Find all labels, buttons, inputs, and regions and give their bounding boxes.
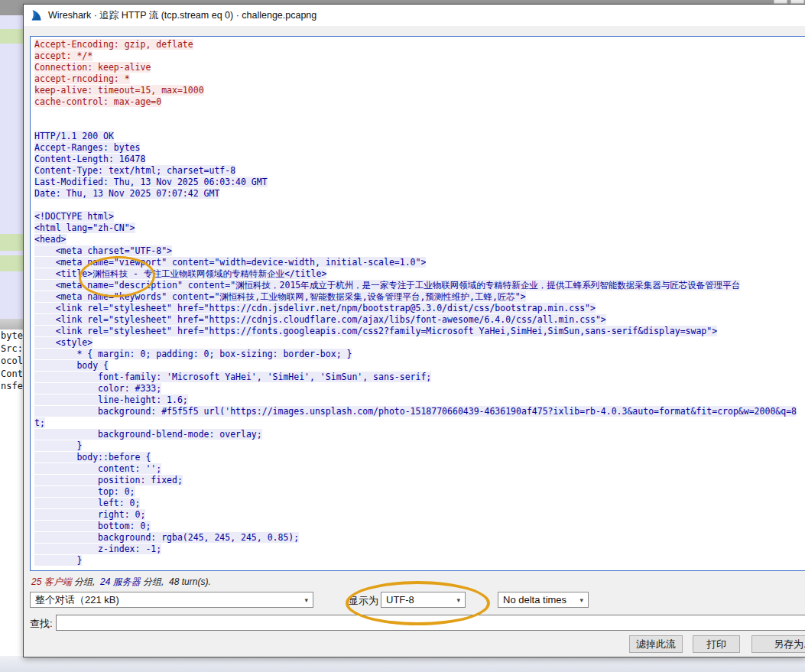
stream-line: t; bbox=[34, 417, 805, 429]
packet-list-row bbox=[0, 271, 23, 319]
stream-line: <style> bbox=[34, 337, 805, 349]
stream-line: <title>渊恒科技 - 专注工业物联网领域的专精特新企业</title> bbox=[34, 268, 805, 280]
packet-list-row bbox=[0, 0, 23, 15]
stream-line: background: rgba(245, 245, 245, 0.85); bbox=[34, 532, 805, 544]
packet-detail-fragment: Cont bbox=[1, 368, 23, 381]
chevron-down-icon: ▾ bbox=[579, 596, 583, 604]
save-as-button[interactable]: 另存为... bbox=[751, 635, 805, 653]
stream-line: background: #f5f5f5 url('https://images.… bbox=[34, 406, 805, 417]
packet-detail-fragment: nsfe bbox=[1, 380, 23, 393]
packet-list-row bbox=[0, 15, 23, 29]
chevron-down-icon: ▾ bbox=[304, 596, 308, 604]
packet-list-row bbox=[0, 44, 23, 234]
delta-times-select[interactable]: No delta times ▾ bbox=[498, 592, 589, 608]
stream-line: } bbox=[34, 555, 805, 566]
parent-window-bottom-strip: ➤ bbox=[0, 656, 805, 672]
conversation-select[interactable]: 整个对话（221 kB) ▾ bbox=[30, 592, 313, 608]
show-as-select[interactable]: UTF-8 ▾ bbox=[381, 592, 466, 608]
stream-line: background-blend-mode: overlay; bbox=[34, 429, 805, 440]
stream-line: accept: */* bbox=[34, 50, 805, 62]
stream-line: body::before { bbox=[34, 452, 805, 463]
stream-line: <meta name="viewport" content="width=dev… bbox=[34, 257, 805, 268]
packet-list-edge: byteSrc:ocolContnsfe bbox=[0, 0, 23, 672]
follow-stream-dialog: Wireshark · 追踪 HTTP 流 (tcp.stream eq 0) … bbox=[23, 4, 805, 657]
stream-line: Content-Type: text/html; charset=utf-8 bbox=[34, 165, 805, 177]
packet-detail-fragment: Src: bbox=[1, 342, 23, 355]
dialog-titlebar[interactable]: Wireshark · 追踪 HTTP 流 (tcp.stream eq 0) … bbox=[24, 5, 805, 26]
dialog-title: Wireshark · 追踪 HTTP 流 (tcp.stream eq 0) … bbox=[48, 9, 316, 22]
stream-line: <head> bbox=[34, 234, 805, 245]
stream-line: cache-control: max-age=0 bbox=[34, 96, 805, 108]
stream-line bbox=[34, 108, 805, 119]
chevron-down-icon: ▾ bbox=[456, 596, 460, 604]
stream-line: <meta charset="UTF-8"> bbox=[34, 245, 805, 257]
stream-line: Date: Thu, 13 Nov 2025 07:07:42 GMT bbox=[34, 188, 805, 200]
stream-line: Connection: keep-alive bbox=[34, 62, 805, 73]
stream-line: Last-Modified: Thu, 13 Nov 2025 06:03:40… bbox=[34, 177, 805, 188]
pane-divider bbox=[0, 319, 23, 330]
stream-line: content: ''; bbox=[34, 463, 805, 475]
stream-line: <link rel="stylesheet" href="https://fon… bbox=[34, 326, 805, 337]
stream-line: <html lang="zh-CN"> bbox=[34, 222, 805, 234]
client-pkt-count: 25 客户端 bbox=[31, 576, 72, 587]
stream-line bbox=[34, 119, 805, 131]
find-input[interactable] bbox=[56, 615, 805, 631]
stream-line: * { margin: 0; padding: 0; box-sizing: b… bbox=[34, 349, 805, 360]
stream-line: position: fixed; bbox=[34, 475, 805, 486]
packet-list-row bbox=[0, 234, 23, 251]
stream-stats: 25 客户端 分组, 24 服务器 分组, 48 turn(s). bbox=[31, 576, 211, 589]
wireshark-icon bbox=[31, 9, 43, 21]
stream-line: Accept-Ranges: bytes bbox=[34, 142, 805, 154]
stream-line: } bbox=[34, 440, 805, 452]
stream-line: line-height: 1.6; bbox=[34, 394, 805, 406]
stream-line: <link rel="stylesheet" href="https://cdn… bbox=[34, 314, 805, 326]
stream-line: left: 0; bbox=[34, 498, 805, 509]
packet-detail-fragment: byte bbox=[1, 330, 23, 342]
stream-line: <link rel="stylesheet" href="https://cdn… bbox=[34, 303, 805, 314]
stream-line: <meta name="description" content="渊恒科技，2… bbox=[34, 280, 805, 291]
stream-line: color: #333; bbox=[34, 383, 805, 394]
show-as-label: 显示为 bbox=[349, 594, 378, 608]
stream-line: HTTP/1.1 200 OK bbox=[34, 131, 805, 142]
stream-line: <!DOCTYPE html> bbox=[34, 211, 805, 222]
stream-line: <meta name="keywords" content="渊恒科技,工业物联… bbox=[34, 291, 805, 303]
packet-detail-fragment: ocol bbox=[1, 355, 23, 368]
stream-line: body { bbox=[34, 360, 805, 372]
stream-line: keep-alive: timeout=15, max=1000 bbox=[34, 85, 805, 96]
stream-line: top: 0; bbox=[34, 486, 805, 498]
stream-line: Content-Length: 16478 bbox=[34, 154, 805, 165]
stream-line: accept-rncoding: * bbox=[34, 73, 805, 85]
print-button[interactable]: 打印 bbox=[693, 635, 740, 653]
turn-count: 48 turn(s). bbox=[169, 576, 211, 587]
stream-line: z-index: -1; bbox=[34, 544, 805, 555]
stream-line: right: 0; bbox=[34, 509, 805, 521]
packet-detail-fragments: byteSrc:ocolContnsfe bbox=[1, 330, 23, 393]
packet-list-row bbox=[0, 255, 23, 271]
stream-line: font-family: 'Microsoft YaHei', 'SimHei'… bbox=[34, 372, 805, 383]
packet-list-row bbox=[0, 29, 23, 44]
stream-line bbox=[34, 200, 805, 211]
stream-line: bottom: 0; bbox=[34, 521, 805, 532]
server-pkt-count: 24 服务器 bbox=[100, 576, 141, 587]
stream-line: Accept-Encoding: gzip, deflate bbox=[34, 39, 805, 50]
find-label: 查找: bbox=[30, 617, 53, 631]
filter-out-stream-button[interactable]: 滤掉此流 bbox=[629, 635, 683, 653]
stream-text[interactable]: Accept-Encoding: gzip, deflateaccept: */… bbox=[30, 36, 805, 571]
screenshot-root: byteSrc:ocolContnsfe ➤ Wireshark · 追踪 HT… bbox=[0, 0, 805, 672]
